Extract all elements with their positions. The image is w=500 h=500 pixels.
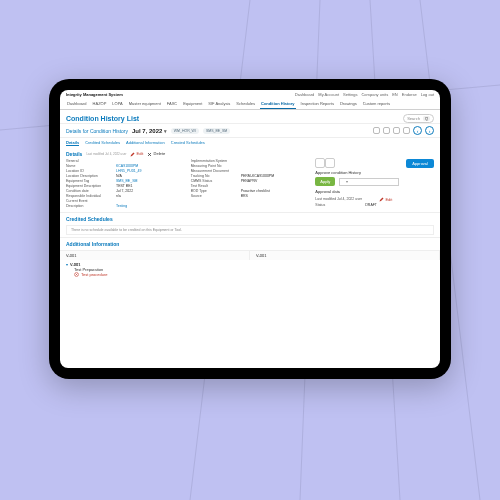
tab-master-equipment[interactable]: Master equipment — [128, 99, 162, 109]
k-status: Status — [315, 203, 361, 207]
delete-button[interactable]: Delete — [147, 151, 165, 156]
tablet-frame: Integrity Management System Dashboard My… — [49, 79, 451, 379]
v-source: BRS — [241, 194, 248, 198]
subtab-additional[interactable]: Additional Information — [126, 140, 165, 146]
approval-edit-button[interactable]: Edit — [379, 197, 392, 202]
v-track: PERM-KCA91000PM — [241, 174, 274, 178]
tree-caret-icon[interactable]: ▾ — [66, 262, 68, 267]
top-utility-links: Dashboard My Account Settings Company un… — [295, 92, 434, 97]
k-cur-event: Current Event — [66, 199, 112, 203]
apply-button[interactable]: Apply — [315, 177, 335, 186]
prev-record-button[interactable]: ‹ — [413, 126, 422, 135]
search-q-badge: Q — [423, 116, 430, 121]
k-impl: Implementation System — [191, 159, 237, 163]
tab-drawings[interactable]: Drawings — [339, 99, 358, 109]
badge-sms[interactable]: SMS_BE_SM — [203, 128, 230, 134]
grid-icon[interactable] — [393, 127, 400, 134]
v-eq-desc: TEST BE1 — [116, 184, 132, 188]
link-company[interactable]: Company units — [361, 92, 388, 97]
tab-schedules[interactable]: Schedules — [235, 99, 256, 109]
addl-heading: Additional Information — [60, 237, 440, 248]
v-eq-tag: SMS_BE_SM — [116, 179, 137, 183]
subtab-credited[interactable]: Credited Schedules — [85, 140, 120, 146]
search-input[interactable]: Search Q — [403, 114, 434, 123]
v-loc-id: LHR5_PU01_49 — [116, 169, 142, 173]
link-logout[interactable]: Log out — [421, 92, 434, 97]
k-mdoc: Measurement Document — [191, 169, 237, 173]
pencil-icon — [379, 197, 384, 202]
approval-data-title: Approval data — [315, 189, 434, 194]
link-dashboard[interactable]: Dashboard — [295, 92, 315, 97]
v-bod: Proactive checklist — [241, 189, 270, 193]
search-placeholder: Search — [407, 116, 420, 121]
link-endorse[interactable]: Endorse — [402, 92, 417, 97]
k-eq-desc: Equipment Description — [66, 184, 112, 188]
col-general: General NameKCA91000PM Location IDLHR5_P… — [66, 158, 185, 208]
detail-subtabs: Details Credited Schedules Additional In… — [60, 138, 440, 148]
tab-equipment[interactable]: Equipment — [182, 99, 203, 109]
k-test: Test Result — [191, 184, 237, 188]
x-icon — [147, 152, 152, 157]
tab-inspection-reports[interactable]: Inspection Reports — [300, 99, 335, 109]
detail-label: Details for Condition History — [66, 128, 128, 134]
details-heading: Details — [66, 151, 82, 157]
v-name: KCA91000PM — [116, 164, 138, 168]
approve-select[interactable] — [339, 178, 399, 186]
v-cmms: PENAPRV — [241, 179, 258, 183]
approval-meta: Last modified Jul 4, 2022 user — [315, 197, 375, 202]
k-source: Source — [191, 194, 237, 198]
edit-button[interactable]: Edit — [130, 151, 143, 156]
next-record-button[interactable]: › — [425, 126, 434, 135]
tab-fasc[interactable]: FASC — [166, 99, 178, 109]
link-settings[interactable]: Settings — [343, 92, 357, 97]
v-loc-desc: N/A — [116, 174, 122, 178]
page-title: Condition History List — [66, 115, 139, 122]
credited-heading: Credited Schedules — [60, 212, 440, 223]
k-eq-tag: Equipment Tag — [66, 179, 112, 183]
print-icon[interactable] — [403, 127, 410, 134]
link-account[interactable]: My Account — [318, 92, 339, 97]
approve-history-title: Approve condition History — [315, 170, 434, 175]
subtab-created-schedules[interactable]: Created Schedules — [171, 140, 205, 146]
app-screen: Integrity Management System Dashboard My… — [60, 90, 440, 368]
addl-col-a: V-001 — [60, 251, 250, 260]
tab-dashboard[interactable]: Dashboard — [66, 99, 88, 109]
tab-custom-reports[interactable]: Custom reports — [362, 99, 391, 109]
addl-col-b: V-001 — [250, 251, 440, 260]
k-mpn: Measuring Point No — [191, 164, 237, 168]
approval-button[interactable]: Approval — [406, 159, 434, 168]
k-cmms: CMMS Status — [191, 179, 237, 183]
k-desc: Description — [66, 204, 112, 208]
k-name: Name — [66, 164, 112, 168]
k-loc-desc: Location Description — [66, 174, 112, 178]
badge-wm[interactable]: WM_HOR_WI — [171, 128, 199, 134]
v-resp: n/a — [116, 194, 121, 198]
nav-back-icon[interactable] — [315, 158, 325, 168]
k-cond-date: Condition date — [66, 189, 112, 193]
k-bod: BOD Type — [191, 189, 237, 193]
link-lang[interactable]: EN — [392, 92, 398, 97]
v-desc: Testing — [116, 204, 127, 208]
details-grid: General NameKCA91000PM Location IDLHR5_P… — [60, 158, 440, 212]
k-loc-id: Location ID — [66, 169, 112, 173]
credited-empty-msg: There is no schedule available to be cre… — [66, 225, 434, 235]
tab-condition-history[interactable]: Condition History — [260, 99, 296, 109]
date-picker[interactable]: Jul 7, 2022 — [132, 128, 167, 134]
tab-sif-analysis[interactable]: SIF Analysis — [207, 99, 231, 109]
export-icon[interactable] — [373, 127, 380, 134]
col-implementation: Implementation System Measuring Point No… — [191, 158, 310, 208]
download-icon[interactable] — [383, 127, 390, 134]
k-general: General — [66, 159, 112, 163]
tab-hazop[interactable]: HAZOP — [92, 99, 108, 109]
cancel-icon — [74, 272, 79, 277]
details-meta: Last modified Jul 4, 2022 user — [86, 152, 126, 156]
subtab-details[interactable]: Details — [66, 140, 79, 146]
main-tabs: Dashboard HAZOP LOPA Master equipment FA… — [60, 97, 440, 110]
nav-fwd-icon[interactable] — [325, 158, 335, 168]
v-cond-date: Jul 7, 2022 — [116, 189, 133, 193]
k-resp: Responsible Individual — [66, 194, 112, 198]
tab-lopa[interactable]: LOPA — [111, 99, 123, 109]
tree-task[interactable]: Test procedure — [74, 272, 434, 277]
k-track: Tracking No — [191, 174, 237, 178]
pencil-icon — [130, 152, 135, 157]
